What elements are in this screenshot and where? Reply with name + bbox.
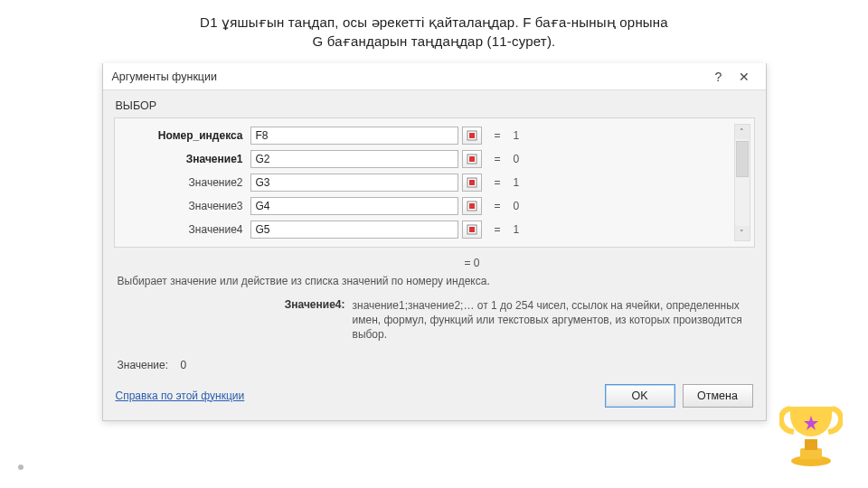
arg-input-value2[interactable] [250, 174, 458, 192]
formula-result-preview: = 0 [103, 255, 766, 273]
svg-rect-12 [805, 439, 817, 450]
instruction-caption: D1 ұяшығын таңдап, осы әрекетті қайталаң… [0, 0, 868, 58]
result-value: 0 [180, 359, 186, 371]
svg-rect-1 [469, 133, 475, 138]
eq-sign: = [482, 223, 501, 236]
range-picker-icon[interactable] [462, 150, 482, 168]
scroll-thumb[interactable] [736, 141, 749, 177]
decorative-dot [18, 465, 24, 470]
svg-rect-9 [469, 227, 475, 232]
caption-line-2: G бағандарын таңдаңдар (11-сурет). [313, 33, 556, 49]
arg-label: Значение2 [124, 176, 250, 189]
arg-row-value2: Значение2 = 1 [124, 171, 727, 194]
dialog-bottom-bar: Справка по этой функции OK Отмена [103, 377, 766, 420]
result-label: Значение: [118, 359, 169, 371]
argument-help-label: Значение4: [118, 298, 353, 343]
arg-input-value1[interactable] [250, 150, 458, 168]
arg-row-value4: Значение4 = 1 [124, 218, 727, 241]
trophy-icon [779, 398, 843, 468]
function-help-link[interactable]: Справка по этой функции [116, 389, 245, 402]
range-picker-icon[interactable] [462, 221, 482, 239]
arg-row-index: Номер_индекса = 1 [124, 124, 727, 147]
eq-sign: = [482, 176, 501, 189]
arg-row-value1: Значение1 = 0 [124, 147, 727, 171]
caption-line-1: D1 ұяшығын таңдап, осы әрекетті қайталаң… [200, 14, 668, 30]
argument-help-block: Значение4: значение1;значение2;… от 1 до… [103, 296, 766, 353]
eq-sign: = [482, 200, 501, 212]
function-arguments-dialog: Аргументы функции ? ✕ ВЫБОР Номер_индекс… [102, 63, 767, 421]
range-picker-icon[interactable] [462, 197, 482, 215]
range-picker-icon[interactable] [462, 174, 482, 192]
function-description: Выбирает значение или действие из списка… [103, 273, 766, 296]
scroll-down-icon[interactable]: ˅ [735, 226, 750, 240]
arg-result: 0 [501, 200, 520, 212]
arg-result: 1 [501, 129, 520, 142]
arg-result: 1 [501, 176, 520, 189]
eq-sign: = [482, 129, 501, 142]
dialog-titlebar: Аргументы функции ? ✕ [103, 63, 766, 90]
arg-input-value3[interactable] [250, 197, 458, 215]
help-button[interactable]: ? [706, 67, 731, 87]
function-name-label: ВЫБОР [103, 90, 766, 117]
arg-result: 1 [501, 223, 520, 236]
scroll-up-icon[interactable]: ˄ [735, 125, 750, 139]
arg-label: Номер_индекса [124, 129, 250, 142]
range-picker-icon[interactable] [462, 127, 482, 145]
argument-help-text: значение1;значение2;… от 1 до 254 чисел,… [353, 298, 751, 343]
args-scrollbar[interactable]: ˄ ˅ [734, 124, 750, 241]
cancel-button[interactable]: Отмена [683, 384, 753, 408]
svg-rect-5 [469, 180, 475, 185]
ok-button[interactable]: OK [605, 384, 675, 408]
arg-label: Значение1 [124, 153, 250, 165]
svg-rect-3 [469, 156, 475, 162]
result-line: Значение: 0 [103, 353, 766, 377]
eq-sign: = [482, 153, 501, 165]
arg-row-value3: Значение3 = 0 [124, 194, 727, 218]
svg-rect-7 [469, 203, 475, 209]
dialog-title: Аргументы функции [112, 70, 706, 83]
arg-label: Значение4 [124, 223, 250, 236]
arguments-panel: Номер_индекса = 1 Значение1 = 0 Значение… [114, 117, 755, 248]
arg-input-value4[interactable] [250, 221, 458, 239]
arg-label: Значение3 [124, 200, 250, 212]
arg-input-index[interactable] [250, 127, 458, 145]
arg-result: 0 [501, 153, 520, 165]
close-button[interactable]: ✕ [731, 67, 757, 87]
